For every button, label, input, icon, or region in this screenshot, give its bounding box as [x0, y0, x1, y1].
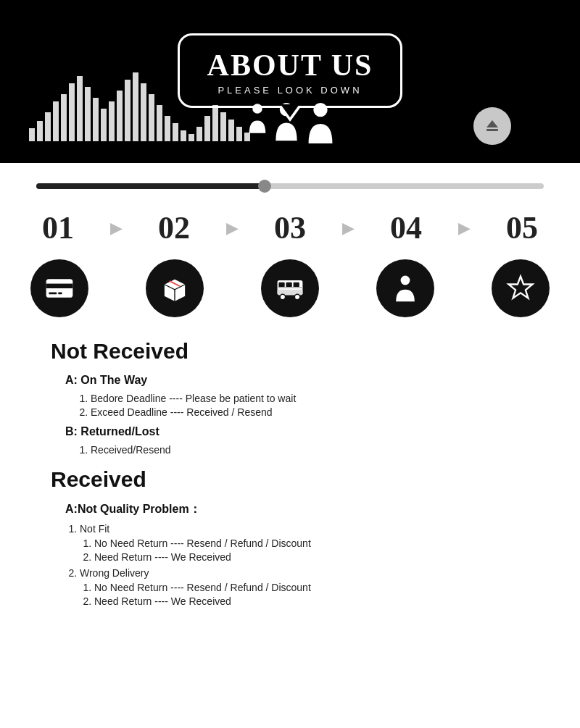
- svg-rect-8: [58, 293, 62, 295]
- svg-point-0: [252, 104, 262, 114]
- svg-rect-12: [294, 283, 299, 287]
- not-received-a-label: A: On The Way: [65, 374, 529, 387]
- received-item-1-not-fit: Not Fit No Need Return ---- Resend / Ref…: [80, 523, 529, 563]
- header: ABOUT US PLEASE LOOK DOWN: [0, 0, 580, 163]
- svg-rect-6: [46, 284, 73, 288]
- icons-row: [0, 246, 580, 317]
- star-icon: [505, 272, 536, 304]
- step-4-number: 04: [384, 209, 428, 246]
- svg-point-2: [313, 103, 327, 117]
- progress-track[interactable]: [36, 183, 544, 189]
- bus-icon: [274, 272, 306, 304]
- received-item-1-sub-2: Need Return ---- We Received: [94, 551, 529, 563]
- received-item-2-sub-1: No Need Return ---- Resend / Refund / Di…: [94, 582, 529, 593]
- svg-point-14: [280, 294, 285, 299]
- step-2-number: 02: [152, 209, 196, 246]
- package-icon: [159, 272, 191, 304]
- progress-section: [0, 163, 580, 189]
- received-section-a: A:Not Quality Problem： Not Fit No Need R…: [51, 502, 529, 607]
- svg-rect-16: [278, 287, 303, 288]
- steps-numbers: 01 ▶ 02 ▶ 03 ▶ 04 ▶ 05: [0, 189, 580, 246]
- step-1-number: 01: [36, 209, 80, 246]
- svg-rect-7: [49, 293, 57, 295]
- step-arrow-3: ▶: [342, 219, 355, 238]
- svg-point-17: [401, 276, 410, 285]
- received-a-label: A:Not Quality Problem：: [65, 502, 529, 517]
- progress-thumb: [258, 180, 271, 193]
- icon-person[interactable]: [376, 259, 434, 317]
- received-title: Received: [51, 467, 529, 492]
- not-received-a-item-2: Exceed Deadline ---- Received / Resend: [91, 406, 529, 418]
- svg-marker-3: [486, 120, 498, 127]
- svg-point-15: [294, 294, 299, 299]
- step-arrow-1: ▶: [110, 219, 123, 238]
- step-3-number: 03: [268, 209, 312, 246]
- svg-marker-18: [509, 277, 533, 298]
- delivery-person-icon: [389, 272, 421, 304]
- not-received-section-a: A: On The Way Bedore Deadline ---- Pleas…: [51, 374, 529, 418]
- received-item-2-sub-2: Need Return ---- We Received: [94, 595, 529, 607]
- content-section: Not Received A: On The Way Bedore Deadli…: [0, 317, 580, 633]
- step-arrow-2: ▶: [226, 219, 239, 238]
- svg-rect-11: [286, 283, 292, 287]
- person-icon-3: [304, 103, 336, 145]
- svg-rect-10: [278, 283, 284, 287]
- received-item-1-sub-1: No Need Return ---- Resend / Refund / Di…: [94, 537, 529, 549]
- icon-review[interactable]: [492, 259, 550, 317]
- not-received-b-item-1: Received/Resend: [91, 444, 529, 456]
- not-received-a-item-1: Bedore Deadline ---- Please be patient t…: [91, 393, 529, 404]
- bubble-subtitle: PLEASE LOOK DOWN: [207, 85, 373, 96]
- person-icon-1: [246, 103, 268, 136]
- icon-shipping[interactable]: [261, 259, 319, 317]
- icon-payment[interactable]: [30, 259, 88, 317]
- not-received-b-label: B: Returned/Lost: [65, 425, 529, 438]
- svg-rect-13: [278, 290, 303, 295]
- eject-button[interactable]: [473, 107, 511, 145]
- received-item-2-wrong-delivery: Wrong Delivery No Need Return ---- Resen…: [80, 567, 529, 607]
- about-us-bubble: ABOUT US PLEASE LOOK DOWN: [178, 33, 403, 108]
- svg-rect-4: [486, 129, 498, 131]
- not-received-title: Not Received: [51, 339, 529, 364]
- eject-icon: [484, 117, 501, 135]
- step-arrow-4: ▶: [458, 219, 471, 238]
- icon-package[interactable]: [146, 259, 204, 317]
- progress-fill: [36, 183, 265, 189]
- not-received-section-b: B: Returned/Lost Received/Resend: [51, 425, 529, 456]
- step-5-number: 05: [500, 209, 544, 246]
- bubble-title: ABOUT US: [207, 49, 373, 82]
- credit-card-icon: [44, 272, 75, 304]
